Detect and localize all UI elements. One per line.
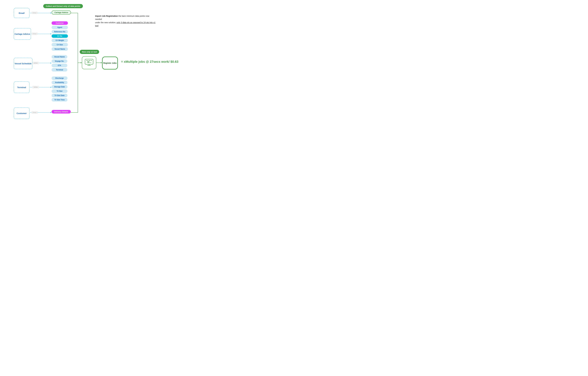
source-cartage-advice: Cartage Advice [14, 28, 31, 40]
validate-label-vessel: Validate [32, 62, 39, 64]
field-c-weight: C# Weight [52, 39, 68, 42]
now-badge: Now only x1 tool [80, 50, 99, 54]
svg-marker-17 [101, 62, 102, 63]
svg-point-29 [88, 62, 89, 63]
field-availability: Availability [52, 81, 67, 84]
terminal-fields: Discharge Availability Storage Date T# S… [52, 76, 67, 102]
cartage-advice-pill: Cartage Advice [52, 11, 71, 15]
field-t-slot: T# Slot [52, 89, 67, 93]
field-terminal: Terminal [52, 68, 67, 72]
svg-marker-15 [81, 62, 82, 63]
computer-svg [84, 59, 94, 67]
extract-label-customer: Extract [32, 111, 37, 114]
svg-point-24 [86, 60, 87, 61]
extract-label-cartage: Extract [32, 33, 37, 35]
field-voyage-no: Voyage No. [52, 59, 67, 63]
svg-marker-5 [51, 63, 52, 64]
result-text: = xMultiple jobs @ 27secs work/ $0.63 [121, 60, 178, 64]
top-badge: Collect and Extract only x3 data points [43, 4, 83, 8]
info-block: Import Job Registration the bare minimum… [95, 14, 156, 27]
field-vessel-name: Vessel Name [52, 55, 67, 59]
field-agent: Agent [52, 26, 68, 29]
field-t-slot-time: T# Slot Time [52, 98, 67, 102]
info-bold: Import Job Registration [95, 15, 118, 17]
info-text2: under the new solution; [95, 21, 116, 24]
svg-marker-9 [51, 112, 52, 113]
svg-point-25 [91, 60, 92, 61]
svg-point-26 [88, 61, 88, 62]
field-vessel-name-cartage: Vessel Name [52, 47, 68, 51]
svg-marker-1 [51, 12, 52, 13]
diagram-container: Collect and Extract only x3 data points … [0, 0, 196, 126]
field-reference-no: Reference No [52, 30, 68, 33]
svg-marker-3 [51, 33, 52, 34]
field-t-slot-date: T# Slot Date [52, 94, 67, 97]
computer-icon-box [82, 56, 96, 69]
field-discharge: Discharge [52, 76, 67, 80]
source-email: Email [14, 8, 30, 18]
source-vessel-schedule: Vessel Schedule [14, 58, 32, 69]
validate-label-terminal: Validate [32, 86, 39, 88]
field-customer: Customer [52, 21, 68, 25]
field-storage-date: Storage Date [52, 85, 67, 88]
field-eta: ETA [52, 64, 67, 67]
extract-label-email: Extract [32, 12, 37, 14]
cartage-fields: Customer Agent Reference No C# No C# Wei… [52, 21, 68, 51]
field-c-no: C# No [52, 34, 68, 38]
vessel-fields: Vessel Name Voyage No. ETA Terminal [52, 55, 67, 72]
svg-marker-7 [51, 87, 52, 88]
field-c-size: C# Size [52, 43, 68, 46]
source-terminal: Terminal [14, 82, 30, 93]
svg-point-27 [89, 60, 90, 61]
delivery-details-pill: Delivery Details [52, 110, 71, 114]
register-jobs-box: Register Jobs [102, 56, 118, 70]
source-customer: Customer [14, 107, 30, 119]
